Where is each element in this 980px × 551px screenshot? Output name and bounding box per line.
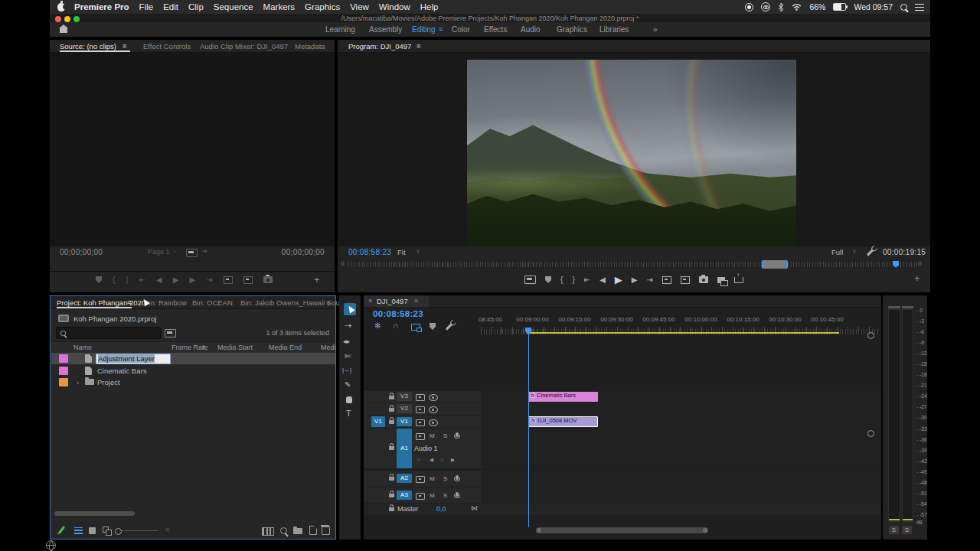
sort-icon[interactable]: ≡ bbox=[165, 526, 169, 533]
source-step-fwd-icon[interactable]: ▶ bbox=[189, 276, 195, 284]
program-time-ruler[interactable] bbox=[348, 262, 918, 267]
sync-lock-icon[interactable] bbox=[416, 476, 425, 483]
creative-cloud-icon[interactable] bbox=[761, 2, 770, 11]
track-v3-name[interactable]: V3 bbox=[397, 392, 412, 401]
project-filter-icon[interactable] bbox=[165, 329, 176, 337]
slip-tool[interactable]: |↔| bbox=[342, 367, 351, 373]
source-settings-icon[interactable] bbox=[186, 249, 198, 257]
column-media-end[interactable]: Media End bbox=[269, 344, 302, 351]
project-tabs-overflow-chevron[interactable]: » bbox=[326, 298, 330, 307]
timeline-ruler-labels[interactable]: 08:45:00 00:09:00:00 00:09:15:00 00:09:3… bbox=[469, 316, 848, 323]
menu-file[interactable]: File bbox=[139, 2, 154, 11]
label-color-chip[interactable] bbox=[59, 367, 68, 375]
timeline-tc[interactable]: 00:08:58:23 bbox=[373, 309, 423, 318]
clip-cinematic-bars[interactable]: fxCinematic Bars bbox=[528, 392, 598, 402]
source-play-icon[interactable]: ▶ bbox=[173, 276, 179, 284]
project-panel-menu-icon[interactable]: ≡ bbox=[127, 298, 131, 306]
source-overwrite-icon[interactable] bbox=[243, 276, 253, 284]
timeline-playhead-line[interactable] bbox=[528, 334, 529, 527]
meter-solo-right-button[interactable]: S bbox=[902, 526, 912, 534]
workspace-tab-learning[interactable]: Learning bbox=[325, 25, 355, 34]
program-comparison-view-icon[interactable] bbox=[717, 277, 725, 283]
master-bowtie-icon[interactable]: ⋈ bbox=[471, 504, 478, 512]
workspace-tab-audio[interactable]: Audio bbox=[521, 25, 541, 34]
label-color-chip[interactable] bbox=[59, 354, 68, 363]
apple-menu-icon[interactable] bbox=[57, 3, 65, 11]
source-panel-menu-icon[interactable]: ≡ bbox=[122, 42, 126, 50]
source-marker-icon[interactable] bbox=[96, 276, 102, 283]
screen-record-icon[interactable] bbox=[745, 3, 753, 11]
source-page-chevron-icon[interactable]: › bbox=[174, 248, 176, 255]
wifi-icon[interactable] bbox=[792, 3, 802, 11]
lock-icon[interactable] bbox=[389, 446, 394, 450]
tab-program[interactable]: Program: DJI_0497 bbox=[348, 42, 411, 51]
new-bin-icon[interactable] bbox=[293, 528, 302, 534]
voiceover-mic-icon[interactable] bbox=[456, 432, 459, 437]
workspace-tab-effects[interactable]: Effects bbox=[484, 25, 507, 34]
mute-button[interactable]: M bbox=[430, 475, 435, 482]
type-tool[interactable]: T bbox=[346, 409, 351, 418]
program-extract-icon[interactable] bbox=[681, 276, 690, 284]
source-add-button-icon[interactable]: + bbox=[314, 274, 320, 285]
project-file-name[interactable]: Koh Phangan 2020.prproj bbox=[74, 315, 156, 323]
program-go-out-icon[interactable]: ⇥ bbox=[647, 276, 653, 284]
timeline-hscrollbar[interactable] bbox=[536, 527, 708, 533]
program-video-frame[interactable] bbox=[467, 60, 796, 246]
program-step-fwd-icon[interactable]: ▶ bbox=[632, 276, 638, 284]
expander-chevron-icon[interactable]: › bbox=[77, 378, 79, 386]
lock-icon[interactable] bbox=[389, 477, 394, 481]
prev-keyframe-icon[interactable]: ◀ bbox=[430, 457, 433, 463]
timeline-vscroll-knob-top[interactable] bbox=[867, 332, 874, 339]
track-select-forward-tool[interactable]: ⇢ bbox=[345, 321, 351, 331]
workspace-tab-editing[interactable]: Editing bbox=[412, 25, 436, 34]
source-go-in-icon[interactable]: ⇤ bbox=[139, 276, 145, 284]
tab-effect-controls[interactable]: Effect Controls bbox=[143, 42, 191, 51]
zoom-slider-track[interactable] bbox=[122, 530, 158, 531]
add-marker-icon[interactable] bbox=[430, 323, 436, 330]
track-v2-body[interactable] bbox=[481, 403, 881, 415]
icon-view-icon[interactable] bbox=[89, 527, 96, 534]
project-row-cinematic-bars[interactable]: Cinematic Bars bbox=[51, 365, 335, 377]
solo-button[interactable]: S bbox=[443, 475, 447, 482]
program-settings-wrench-icon[interactable] bbox=[867, 249, 874, 256]
track-output-eye-icon[interactable] bbox=[429, 419, 438, 426]
workspace-tab-assembly[interactable]: Assembly bbox=[369, 25, 402, 34]
add-keyframe-icon[interactable]: ○ bbox=[440, 456, 444, 463]
lock-icon[interactable] bbox=[389, 420, 394, 424]
menu-premiere-pro[interactable]: Premiere Pro bbox=[74, 2, 129, 11]
sort-ascending-icon[interactable]: ∧ bbox=[201, 344, 206, 350]
program-export-frame-icon[interactable] bbox=[699, 276, 708, 283]
program-zoom-select[interactable]: Fit bbox=[397, 248, 406, 256]
mute-button[interactable]: M bbox=[430, 432, 435, 439]
linked-selection-icon[interactable] bbox=[411, 324, 420, 331]
voiceover-mic-icon[interactable] bbox=[456, 492, 459, 497]
menu-sequence[interactable]: Sequence bbox=[214, 2, 253, 11]
menu-markers[interactable]: Markers bbox=[263, 2, 296, 11]
razor-tool[interactable]: ✄ bbox=[345, 352, 351, 360]
timeline-panel-menu-icon[interactable]: ≡ bbox=[414, 297, 418, 305]
menu-help[interactable]: Help bbox=[420, 2, 439, 11]
sequence-tab[interactable]: × DJI_0497 ≡ bbox=[364, 295, 429, 307]
project-row-adjustment-layer[interactable]: Adjustment Layer bbox=[51, 353, 335, 364]
close-sequence-icon[interactable]: × bbox=[368, 297, 372, 305]
program-lift-icon[interactable] bbox=[662, 276, 671, 284]
sync-lock-icon[interactable] bbox=[416, 419, 425, 426]
mute-button[interactable]: M bbox=[430, 492, 435, 499]
program-mark-out-icon[interactable]: } bbox=[572, 276, 574, 284]
menubar-clock[interactable]: Wed 09:57 bbox=[854, 2, 893, 11]
notification-center-icon[interactable] bbox=[915, 4, 924, 11]
list-view-icon[interactable] bbox=[74, 527, 83, 534]
menu-edit[interactable]: Edit bbox=[163, 2, 178, 11]
timeline-vscroll-knob-mid[interactable] bbox=[867, 430, 874, 437]
new-item-icon[interactable] bbox=[309, 526, 317, 535]
rename-edit-field[interactable]: Adjustment Layer bbox=[96, 354, 171, 364]
home-icon[interactable] bbox=[60, 28, 67, 33]
program-play-button[interactable]: ▶ bbox=[615, 274, 622, 285]
source-export-frame-icon[interactable] bbox=[263, 276, 273, 283]
program-quality-chevron-icon[interactable]: ∨ bbox=[852, 248, 857, 255]
column-name[interactable]: Name bbox=[74, 344, 92, 351]
track-a3-body[interactable] bbox=[481, 487, 881, 503]
lock-icon[interactable] bbox=[389, 396, 394, 399]
solo-button[interactable]: S bbox=[443, 432, 447, 439]
track-a1-name[interactable]: A1 bbox=[397, 429, 412, 468]
